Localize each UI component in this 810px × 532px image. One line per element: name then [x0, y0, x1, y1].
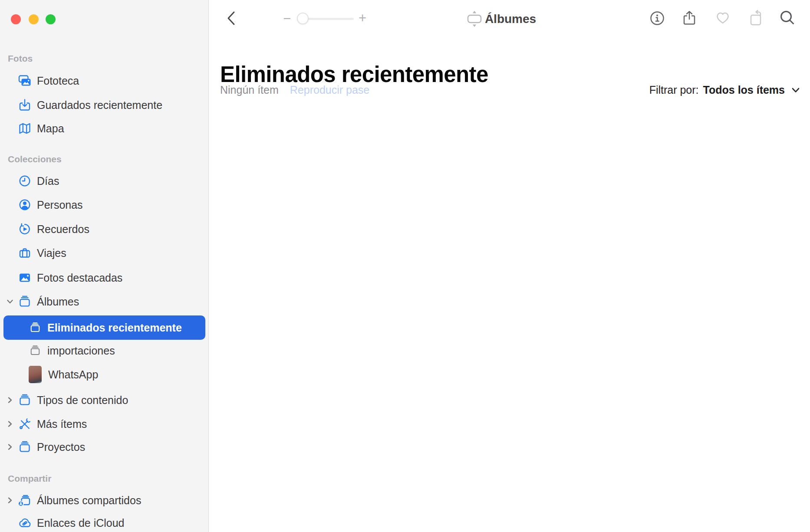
- zoom-out-button[interactable]: −: [283, 12, 291, 25]
- chevron-right-icon[interactable]: [4, 395, 16, 405]
- tools-icon: [17, 417, 32, 431]
- sidebar-item-label: Recuerdos: [37, 223, 89, 236]
- sidebar-item-label: Mapa: [37, 122, 64, 135]
- sidebar-item-label: WhatsApp: [48, 368, 98, 381]
- album-stack-icon: [17, 440, 32, 454]
- chevron-down-icon[interactable]: [4, 297, 16, 306]
- sidebar-item-label: Fototeca: [37, 75, 79, 87]
- album-thumbnail: [29, 366, 42, 383]
- sidebar-item-label: Eliminados recientemente: [47, 322, 182, 334]
- close-window-button[interactable]: [11, 14, 21, 24]
- album-stack-icon: [17, 294, 32, 309]
- favorite-button[interactable]: [713, 9, 732, 28]
- album-stack-icon: [17, 393, 32, 407]
- sidebar-section-fotos: Fotos: [8, 54, 33, 63]
- aspect-ratio-button[interactable]: [465, 10, 484, 29]
- sidebar-item-proyectos[interactable]: Proyectos: [0, 437, 209, 456]
- subheader: Ningún ítem Reproducir pase: [220, 82, 369, 97]
- share-button[interactable]: [680, 9, 699, 28]
- sidebar-item-label: Más ítems: [37, 418, 87, 430]
- icloud-link-icon: [17, 516, 32, 530]
- sidebar-item-mas-items[interactable]: Más ítems: [0, 414, 209, 433]
- featured-photos-icon: [17, 270, 32, 285]
- zoom-slider-track[interactable]: [302, 18, 354, 20]
- sidebar-item-whatsapp[interactable]: WhatsApp: [0, 365, 209, 384]
- sidebar-item-label: Enlaces de iCloud: [37, 517, 125, 529]
- person-circle-icon: [17, 197, 32, 212]
- toolbar-view-title: Álbumes: [485, 12, 536, 26]
- sidebar-item-guardados[interactable]: Guardados recientemente: [0, 95, 209, 115]
- sidebar-section-compartir: Compartir: [8, 474, 51, 483]
- minimize-window-button[interactable]: [29, 14, 39, 24]
- sidebar-item-label: Días: [37, 175, 59, 187]
- sidebar-item-personas[interactable]: Personas: [0, 195, 209, 214]
- chevron-right-icon[interactable]: [4, 419, 16, 429]
- album-stack-icon: [29, 344, 42, 357]
- sidebar-item-enlaces-de-icloud[interactable]: Enlaces de iCloud: [0, 513, 209, 532]
- sidebar-item-label: Álbumes: [37, 296, 79, 308]
- play-slideshow-button[interactable]: Reproducir pase: [290, 84, 369, 96]
- sidebar-item-tipos-de-contenido[interactable]: Tipos de contenido: [0, 391, 209, 410]
- info-button[interactable]: [648, 9, 667, 28]
- main-content: − + Álbumes: [209, 0, 810, 532]
- sidebar-item-importaciones[interactable]: importaciones: [0, 341, 209, 360]
- zoom-slider-knob[interactable]: [297, 13, 309, 24]
- map-icon: [17, 121, 32, 136]
- photos-app-window: Fotos Fototeca Guardados recientemente: [0, 0, 810, 532]
- filter-dropdown[interactable]: Filtrar por: Todos los ítems: [649, 82, 801, 97]
- sidebar-section-colecciones: Colecciones: [8, 154, 62, 164]
- photos-library-icon: [17, 73, 32, 88]
- sidebar-item-fototeca[interactable]: Fototeca: [0, 71, 209, 90]
- sidebar-item-label: Personas: [37, 199, 83, 211]
- sidebar-item-mapa[interactable]: Mapa: [0, 119, 209, 138]
- sidebar-item-recuerdos[interactable]: Recuerdos: [0, 220, 209, 239]
- sidebar-item-label: Proyectos: [37, 441, 85, 453]
- filter-value: Todos los ítems: [703, 84, 785, 96]
- sidebar-item-label: Viajes: [37, 247, 66, 259]
- sidebar-item-label: Guardados recientemente: [37, 99, 162, 112]
- back-button[interactable]: [222, 9, 241, 28]
- sidebar-item-label: Álbumes compartidos: [37, 494, 141, 507]
- shared-album-icon: [17, 493, 32, 508]
- album-stack-icon: [29, 321, 42, 334]
- sidebar-item-viajes[interactable]: Viajes: [0, 243, 209, 263]
- item-count-label: Ningún ítem: [220, 84, 279, 96]
- sidebar-item-fotos-destacadas[interactable]: Fotos destacadas: [0, 268, 209, 287]
- sidebar-item-eliminados-recientemente[interactable]: Eliminados recientemente: [3, 315, 205, 340]
- search-button[interactable]: [778, 9, 797, 28]
- sidebar-item-albumes[interactable]: Álbumes: [0, 292, 209, 311]
- zoom-window-button[interactable]: [46, 14, 56, 24]
- filter-label: Filtrar por:: [649, 84, 699, 96]
- sidebar-item-dias[interactable]: Días: [0, 171, 209, 190]
- zoom-in-button[interactable]: +: [359, 11, 366, 25]
- sidebar-item-label: importaciones: [47, 345, 115, 357]
- chevron-down-icon: [790, 84, 801, 95]
- chevron-right-icon[interactable]: [4, 496, 16, 505]
- sidebar-item-label: Tipos de contenido: [37, 394, 128, 407]
- chevron-right-icon[interactable]: [4, 442, 16, 452]
- clock-icon: [17, 174, 32, 188]
- memories-icon: [17, 222, 32, 236]
- sidebar-item-label: Fotos destacadas: [37, 272, 122, 284]
- rotate-button[interactable]: [748, 9, 767, 28]
- sidebar: Fotos Fototeca Guardados recientemente: [0, 0, 209, 532]
- suitcase-icon: [17, 246, 32, 260]
- sidebar-item-albumes-compartidos[interactable]: Álbumes compartidos: [0, 491, 209, 510]
- save-tray-icon: [17, 98, 32, 112]
